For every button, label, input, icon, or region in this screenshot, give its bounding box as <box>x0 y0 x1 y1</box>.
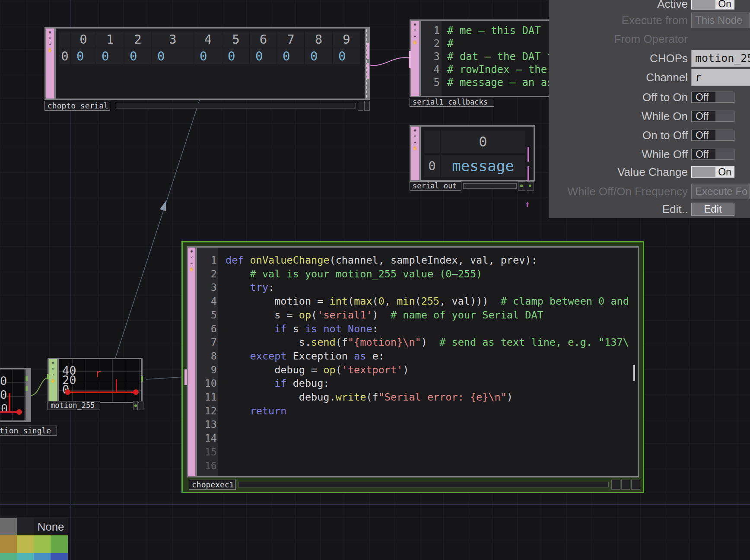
bypass-icon: ✕ <box>191 255 193 259</box>
edit-button[interactable]: Edit <box>691 203 734 216</box>
node-sidebar[interactable]: ◉✕➔✋ <box>411 21 419 96</box>
viewer-scrollbar[interactable] <box>116 103 356 108</box>
table-header-cell[interactable]: 2 <box>124 32 151 48</box>
output-connector[interactable] <box>25 386 28 391</box>
palette-swatch[interactable] <box>34 553 51 560</box>
node-flag[interactable] <box>621 480 630 490</box>
node-flag[interactable] <box>611 480 620 490</box>
param-field-chops[interactable]: motion_255 <box>691 50 750 67</box>
table-row-label[interactable]: 0 <box>424 155 440 177</box>
node-motion-255[interactable]: ◉✕➔✋ 40200 r <box>48 358 143 403</box>
param-toggle-while-on[interactable]: Off <box>691 111 734 122</box>
node-chopexec1[interactable]: ◉✕➔✋ 1def onValueChange(channel, sampleI… <box>187 246 639 477</box>
palette-swatch[interactable] <box>0 535 17 553</box>
table-cell[interactable]: 0 <box>222 48 249 64</box>
node-serial1-callbacks[interactable]: ◉✕➔✋ 1# me — this DAT2#3# dat — the DAT … <box>410 19 552 97</box>
param-toggle-while-off[interactable]: Off <box>691 149 734 160</box>
node-name-label[interactable]: tion_single <box>0 426 57 436</box>
parameter-panel[interactable]: ActiveOnExecute fromThis NodeFrom Operat… <box>549 0 750 218</box>
palette-swatch[interactable] <box>17 553 34 560</box>
node-flag[interactable] <box>364 101 370 111</box>
node-name-label[interactable]: serial1_callbacks <box>410 98 494 107</box>
code-token: # val is your motion_255 value (0–255) <box>226 268 482 280</box>
toggle-knob <box>715 149 734 159</box>
table-cell[interactable]: message <box>441 155 525 177</box>
param-label: CHOPs <box>549 52 688 65</box>
node-flag[interactable] <box>133 401 138 410</box>
table-header-cell[interactable]: 7 <box>277 32 304 48</box>
input-connector[interactable] <box>409 51 411 68</box>
node-sidebar[interactable]: ◉✕➔✋ <box>49 359 57 402</box>
table-header-cell[interactable]: 3 <box>152 32 194 48</box>
input-connector[interactable] <box>47 374 49 379</box>
palette-swatch[interactable] <box>51 553 68 560</box>
table-header-cell[interactable]: 8 <box>305 32 332 48</box>
node-sidebar[interactable]: ◉✕➔✋ <box>46 29 54 99</box>
viewer-scrollbar[interactable] <box>238 482 609 487</box>
node-flag[interactable] <box>358 101 363 111</box>
palette-swatch[interactable] <box>17 518 34 535</box>
table-header-cell[interactable]: 9 <box>333 32 360 48</box>
table-cell[interactable]: 0 <box>305 48 332 64</box>
output-connector[interactable] <box>528 166 529 181</box>
table-cell[interactable]: 0 <box>124 48 151 64</box>
table-header-cell[interactable]: 0 <box>71 32 95 48</box>
palette-none-button[interactable]: None <box>34 518 68 535</box>
output-connector[interactable] <box>367 43 369 59</box>
param-toggle-on-to-off[interactable]: Off <box>691 130 734 141</box>
node-serial-out[interactable]: ◉✕➔✋ 0 0 message <box>410 125 535 181</box>
output-connector[interactable] <box>367 63 369 79</box>
output-connector[interactable] <box>25 376 28 381</box>
table-cell[interactable]: 0 <box>96 48 124 64</box>
param-toggle-value-change[interactable]: On <box>691 166 734 178</box>
palette-swatch[interactable] <box>34 535 51 553</box>
viewer-scrollbar[interactable] <box>463 183 517 189</box>
node-flag[interactable] <box>518 181 525 191</box>
line-number: 4 <box>197 295 221 309</box>
node-name-label[interactable]: serial_out <box>410 181 461 191</box>
param-field-disabled: Execute Fo <box>691 184 750 199</box>
table-cell[interactable]: 0 <box>333 48 360 64</box>
node-flag[interactable] <box>631 480 640 490</box>
table-header-cell[interactable]: 6 <box>250 32 276 48</box>
network-editor-canvas[interactable]: ◉✕➔✋ 012345678900000000000 chopto_serial… <box>0 0 750 560</box>
table-cell[interactable]: 0 <box>250 48 276 64</box>
palette-swatch[interactable] <box>17 535 34 553</box>
param-toggle-active[interactable]: On <box>691 0 734 10</box>
node-name-label[interactable]: chopto_serial <box>44 101 110 111</box>
table-cell[interactable]: 0 <box>71 48 95 64</box>
node-name-label[interactable]: motion_255 <box>48 401 100 410</box>
dat-table: 012345678900000000000 <box>59 32 360 65</box>
output-connector[interactable] <box>141 376 143 382</box>
table-header-cell[interactable]: 4 <box>194 32 222 48</box>
node-flag[interactable] <box>139 401 143 410</box>
scrollbar-thumb[interactable] <box>633 365 635 381</box>
table-cell[interactable]: 0 <box>152 48 194 64</box>
node-chopexec1-selection-frame[interactable]: ◉✕➔✋ 1def onValueChange(channel, sampleI… <box>181 241 644 493</box>
node-chopto-serial[interactable]: ◉✕➔✋ 012345678900000000000 <box>44 27 370 100</box>
output-connector[interactable] <box>528 147 529 162</box>
node-name-label[interactable]: chopexec1 <box>189 480 236 490</box>
palette-swatch[interactable] <box>51 535 68 553</box>
input-connector[interactable] <box>184 369 187 385</box>
palette-swatch[interactable] <box>0 518 17 535</box>
table-cell[interactable]: 0 <box>194 48 222 64</box>
node-sidebar[interactable]: ◉✕➔✋ <box>188 248 196 476</box>
reference-link-chopexec <box>146 377 184 379</box>
param-toggle-off-to-on[interactable]: Off <box>691 92 734 103</box>
export-icon: ➔ <box>414 34 416 38</box>
code-token: send <box>311 336 336 348</box>
dock-arrow-icon[interactable]: ⬆ <box>524 200 530 210</box>
table-header-cell[interactable]: 1 <box>96 32 124 48</box>
table-cell[interactable]: 0 <box>277 48 304 64</box>
node-flag[interactable] <box>527 181 534 191</box>
code-text: # val is your motion_255 value (0–255) <box>221 267 482 281</box>
node-sidebar[interactable]: ◉✕➔✋ <box>411 127 419 180</box>
palette-swatch[interactable] <box>0 553 17 560</box>
code-token: except <box>250 350 287 362</box>
param-field-channel[interactable]: r <box>691 69 750 86</box>
table-header-cell[interactable]: 0 <box>441 130 525 153</box>
code-text <box>221 445 226 459</box>
table-header-cell[interactable]: 5 <box>222 32 249 48</box>
code-token: 255 <box>421 295 439 307</box>
